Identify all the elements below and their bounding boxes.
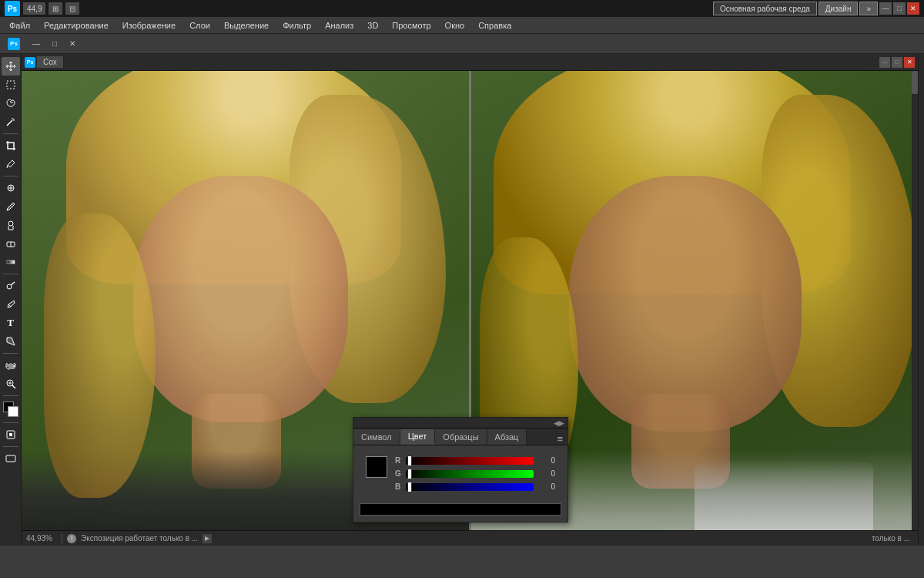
svg-rect-21 bbox=[9, 433, 12, 436]
menu-filter[interactable]: Фильтр bbox=[276, 18, 317, 33]
layout-btn[interactable]: ⊞ bbox=[49, 2, 62, 15]
tool-spot-heal[interactable] bbox=[2, 179, 20, 197]
tool-eraser[interactable] bbox=[2, 234, 20, 253]
view-btn[interactable]: ⊟ bbox=[65, 2, 79, 15]
green-slider-row: G 0 bbox=[395, 469, 555, 478]
menu-edit[interactable]: Редактирование bbox=[38, 18, 115, 33]
zoom-percent: 44,93% bbox=[26, 534, 57, 543]
title-bar-right: Основная рабочая среда Дизайн » — □ ✕ bbox=[713, 2, 919, 15]
minimize-button[interactable]: — bbox=[879, 2, 892, 15]
tab-paragraph[interactable]: Абзац bbox=[487, 429, 527, 445]
panel-menu-icon[interactable]: ≡ bbox=[552, 433, 567, 445]
red-label: R bbox=[395, 456, 403, 465]
status-info-text: Экспозиция работает только в ... bbox=[81, 534, 198, 543]
green-slider[interactable] bbox=[406, 470, 534, 478]
doc-maximize-btn[interactable]: □ bbox=[892, 57, 902, 68]
svg-line-17 bbox=[12, 385, 15, 388]
status-divider bbox=[62, 534, 62, 543]
tool-quick-mask[interactable] bbox=[2, 425, 20, 444]
canvas-area: Ps Cox — □ ✕ bbox=[22, 54, 918, 546]
menu-image[interactable]: Изображение bbox=[116, 18, 182, 33]
left-toolbar: T bbox=[0, 54, 22, 546]
tool-separator-7 bbox=[3, 446, 18, 447]
blue-slider[interactable] bbox=[406, 483, 534, 491]
menu-bar: Файл Редактирование Изображение Слои Выд… bbox=[0, 17, 924, 34]
svg-rect-0 bbox=[7, 81, 15, 89]
green-thumb[interactable] bbox=[407, 469, 412, 479]
tool-crop[interactable] bbox=[2, 136, 20, 155]
background-color[interactable] bbox=[8, 406, 18, 417]
tool-zoom[interactable] bbox=[2, 375, 20, 393]
menu-select[interactable]: Выделение bbox=[218, 18, 275, 33]
right-side-panel bbox=[918, 54, 924, 546]
red-slider[interactable] bbox=[406, 457, 534, 465]
sub-toolbar-ps-icon: Ps bbox=[3, 36, 25, 52]
color-swatch[interactable] bbox=[366, 456, 387, 478]
sub-toolbar: Ps — □ ✕ bbox=[0, 34, 924, 54]
workspace-more-btn[interactable]: » bbox=[859, 2, 878, 15]
menu-analyze[interactable]: Анализ bbox=[319, 18, 360, 33]
vertical-scrollbar[interactable] bbox=[912, 71, 918, 530]
blue-value: 0 bbox=[537, 482, 555, 491]
menu-3d[interactable]: 3D bbox=[361, 18, 384, 33]
tool-hand[interactable] bbox=[2, 356, 20, 375]
menu-view[interactable]: Просмотр bbox=[386, 18, 437, 33]
tool-separator-5 bbox=[3, 395, 18, 396]
tool-path-select[interactable] bbox=[2, 332, 20, 351]
svg-line-4 bbox=[13, 119, 14, 119]
scrollbar-thumb[interactable] bbox=[912, 71, 918, 94]
status-alert-icon[interactable]: ! bbox=[67, 534, 76, 543]
tab-symbol[interactable]: Символ bbox=[353, 429, 400, 445]
menu-window[interactable]: Окно bbox=[439, 18, 471, 33]
tool-separator-6 bbox=[3, 422, 18, 423]
green-label: G bbox=[395, 469, 403, 478]
tool-marquee[interactable] bbox=[2, 76, 20, 94]
tool-move[interactable] bbox=[2, 57, 20, 76]
workspace-secondary-btn[interactable]: Дизайн bbox=[819, 2, 859, 15]
canvas-status-bar: 44,93% ! Экспозиция работает только в ..… bbox=[22, 530, 918, 546]
svg-point-9 bbox=[8, 221, 13, 226]
menu-layers[interactable]: Слои bbox=[183, 18, 216, 33]
panel-resize-bar[interactable]: ◀▶ bbox=[353, 418, 567, 428]
maximize-button[interactable]: □ bbox=[893, 2, 906, 15]
color-panel: ◀▶ Символ Цвет Образцы Абзац ≡ bbox=[353, 417, 568, 523]
document-tab-bar: Ps Cox — □ ✕ bbox=[22, 54, 918, 71]
menu-file[interactable]: Файл bbox=[3, 18, 36, 33]
tool-brush[interactable] bbox=[2, 197, 20, 216]
color-panel-tab-bar: Символ Цвет Образцы Абзац ≡ bbox=[353, 428, 567, 445]
zoom-display-btn[interactable]: 44,9 bbox=[23, 2, 45, 15]
tool-pen[interactable] bbox=[2, 295, 20, 314]
green-value: 0 bbox=[537, 469, 555, 478]
red-slider-row: R 0 bbox=[395, 456, 555, 465]
doc2-status-text: только в ... bbox=[872, 534, 910, 543]
color-selector[interactable] bbox=[3, 402, 18, 417]
svg-line-5 bbox=[7, 165, 8, 168]
blue-thumb[interactable] bbox=[407, 482, 412, 492]
doc-close-btn[interactable]: ✕ bbox=[904, 57, 915, 68]
blue-label: B bbox=[395, 482, 403, 491]
tool-gradient[interactable] bbox=[2, 253, 20, 271]
sub-tool-maximize[interactable]: □ bbox=[48, 38, 62, 49]
sub-tool-close[interactable]: ✕ bbox=[65, 38, 80, 49]
menu-help[interactable]: Справка bbox=[472, 18, 517, 33]
tool-eyedropper[interactable] bbox=[2, 155, 20, 173]
tab-color[interactable]: Цвет bbox=[400, 429, 436, 445]
close-button[interactable]: ✕ bbox=[907, 2, 919, 15]
tool-lasso[interactable] bbox=[2, 94, 20, 113]
doc1-tab[interactable]: Cox bbox=[37, 56, 64, 68]
blue-slider-row: B 0 bbox=[395, 482, 555, 491]
tool-stamp[interactable] bbox=[2, 216, 20, 234]
tool-separator-4 bbox=[3, 353, 18, 354]
red-thumb[interactable] bbox=[407, 455, 412, 466]
tool-dodge[interactable] bbox=[2, 277, 20, 295]
tool-screen-mode[interactable] bbox=[2, 449, 20, 468]
doc-minimize-btn[interactable]: — bbox=[879, 57, 890, 68]
red-value: 0 bbox=[537, 456, 555, 465]
tool-type[interactable]: T bbox=[2, 314, 20, 332]
tab-swatches[interactable]: Образцы bbox=[435, 429, 487, 445]
sub-tool-minimize[interactable]: — bbox=[28, 38, 45, 49]
status-arrow-btn[interactable]: ▶ bbox=[203, 534, 212, 543]
workspace-primary-btn[interactable]: Основная рабочая среда bbox=[713, 2, 817, 15]
tool-magic-wand[interactable] bbox=[2, 113, 20, 131]
color-preview-bar bbox=[360, 503, 561, 516]
